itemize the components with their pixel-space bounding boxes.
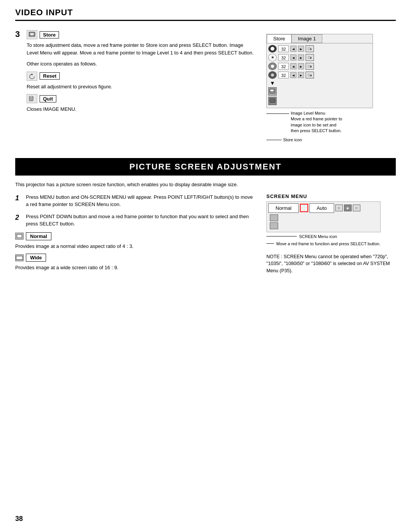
color-icon	[268, 62, 277, 70]
row4-value: 32	[278, 72, 289, 78]
store-disk-icon	[268, 87, 277, 96]
picture-content: 1 Press MENU button and ON-SCREEN MENU w…	[15, 193, 396, 275]
screen-annotation-line-2	[266, 243, 274, 244]
picture-step-2: 2 Press POINT DOWN button and move a red…	[15, 213, 255, 228]
normal-text: Provides image at a normal video aspect …	[15, 243, 255, 250]
screen-small-row-2	[270, 222, 379, 229]
svg-rect-7	[270, 89, 274, 91]
quit-text: Closes IMAGE MENU.	[27, 105, 255, 113]
store-header-btn: Store	[267, 34, 292, 43]
store-annotation-line	[266, 140, 282, 140]
picture-intro: This projector has a picture screen resi…	[15, 182, 396, 187]
reset-icon	[27, 72, 37, 81]
step-3-content: Store To store adjustment data, move a r…	[27, 30, 255, 117]
img-level-4-icon: □₄	[306, 72, 314, 78]
store-icon-annotation-text: Store icon	[283, 137, 302, 143]
image-menu-row-2: ☀ 32 ◄ ► □₂	[268, 54, 371, 61]
image-menu-header: Store Image 1	[267, 34, 373, 43]
row3-right-arrow[interactable]: ►	[298, 63, 304, 69]
note-text: NOTE : SCREEN Menu cannot be operated wh…	[266, 253, 396, 275]
screen-menu-mockup: Normal Auto □ ◉ □	[266, 201, 381, 232]
image-level-annotation-text: Image Level MenuMove a red frame pointer…	[291, 110, 342, 134]
row3-left-arrow[interactable]: ◄	[290, 63, 296, 69]
wide-text: Provides image at a wide screen ratio of…	[15, 264, 255, 272]
store-icon-row: Store	[27, 30, 255, 39]
video-input-right: Store Image 1 32 ◄ ► □₁	[266, 30, 396, 143]
screen-menu-title: SCREEN MENU	[266, 193, 396, 199]
row1-value: 32	[278, 45, 289, 52]
brightness-icon: ☀	[268, 54, 277, 61]
screen-select-2	[270, 222, 278, 229]
step-1-text: Press MENU button and ON-SCREEN MENU wil…	[26, 193, 255, 208]
picture-title-bar: PICTURE SCREEN ADJUSTMENT	[15, 158, 396, 176]
normal-icon	[15, 233, 24, 240]
row2-value: 32	[278, 54, 289, 61]
row1-left-arrow[interactable]: ◄	[290, 46, 296, 52]
contrast-circle-icon	[268, 45, 277, 53]
screen-select-text: Move a red frame to function and press S…	[276, 241, 381, 247]
svg-rect-1	[30, 33, 34, 35]
image-menu-store-row	[268, 87, 371, 96]
row4-right-arrow[interactable]: ►	[298, 72, 304, 78]
video-input-left: 3 Store To store adjustment data, move a	[15, 30, 255, 143]
image-level-annotation: Image Level MenuMove a red frame pointer…	[266, 110, 396, 134]
video-input-content: 3 Store To store adjustment data, move a	[15, 30, 396, 143]
tint-icon	[268, 71, 277, 79]
image-menu-arrow-row: ▼	[268, 80, 371, 86]
image-menu-row-1: 32 ◄ ► □₁	[268, 45, 371, 53]
wide-icon	[15, 254, 24, 261]
screen-icon-3: □	[353, 204, 360, 211]
quit-icon	[27, 94, 37, 103]
svg-rect-2	[31, 35, 33, 36]
row2-right-arrow[interactable]: ►	[298, 54, 304, 61]
screen-auto-btn: Auto	[309, 203, 334, 213]
screen-small-row-1	[270, 214, 379, 221]
store-icon-2	[268, 97, 277, 105]
store-icon-annotation: Store icon	[266, 137, 396, 143]
screen-menu-icon-text: SCREEN Menu icon	[299, 234, 337, 240]
row2-left-arrow[interactable]: ◄	[290, 54, 296, 61]
step-1-number: 1	[15, 193, 22, 208]
screen-normal-btn: Normal	[268, 203, 299, 213]
video-input-title-bar: VIDEO INPUT	[15, 8, 396, 21]
picture-step-1: 1 Press MENU button and ON-SCREEN MENU w…	[15, 193, 255, 208]
normal-label: Normal	[26, 232, 51, 240]
quit-icon-row: Quit	[27, 94, 255, 103]
picture-screen-section: PICTURE SCREEN ADJUSTMENT This projector…	[0, 158, 411, 275]
row1-right-arrow[interactable]: ►	[298, 46, 304, 52]
picture-left: 1 Press MENU button and ON-SCREEN MENU w…	[15, 193, 255, 275]
image-menu-row-3: 32 ◄ ► □₃	[268, 62, 371, 70]
page-number: 38	[15, 515, 23, 523]
reset-text: Reset all adjustment to previous figure.	[27, 83, 255, 91]
store-icon	[27, 30, 37, 39]
screen-icon-2: ◉	[344, 204, 352, 211]
annotation-line	[266, 113, 289, 114]
screen-select-1	[270, 214, 278, 221]
screen-select-annotation: Move a red frame to function and press S…	[266, 241, 396, 247]
step-3-row: 3 Store To store adjustment data, move a	[15, 30, 255, 117]
img-level-1-icon: □₁	[306, 45, 314, 52]
screen-menu-icon-annotation: SCREEN Menu icon	[266, 234, 396, 240]
svg-rect-8	[270, 99, 275, 102]
step-2-number: 2	[15, 213, 22, 228]
image-menu-rows: 32 ◄ ► □₁ ☀ 32 ◄ ► □₂	[267, 43, 373, 108]
svg-rect-5	[30, 96, 32, 97]
reset-icon-row: Reset	[27, 72, 255, 81]
store-text: To store adjustment data, move a red fra…	[27, 42, 255, 56]
image-menu-row-4: 32 ◄ ► □₄	[268, 71, 371, 79]
row3-value: 32	[278, 63, 289, 70]
quit-label: Quit	[40, 95, 56, 102]
reset-label: Reset	[40, 72, 60, 80]
row4-left-arrow[interactable]: ◄	[290, 72, 296, 78]
image-menu-store-icon-row	[268, 97, 371, 105]
screen-icon-1: □	[335, 204, 343, 211]
screen-menu-top-row: Normal Auto □ ◉ □	[268, 203, 379, 213]
img-level-2-icon: □₂	[306, 54, 314, 61]
normal-icon-row: Normal	[15, 232, 255, 240]
wide-label: Wide	[26, 254, 46, 262]
wide-icon-row: Wide	[15, 254, 255, 262]
red-frame-indicator	[300, 204, 308, 212]
other-icons-text: Other icons operates as follows.	[27, 60, 255, 68]
step-3-number: 3	[15, 30, 23, 38]
store-label: Store	[40, 31, 59, 38]
